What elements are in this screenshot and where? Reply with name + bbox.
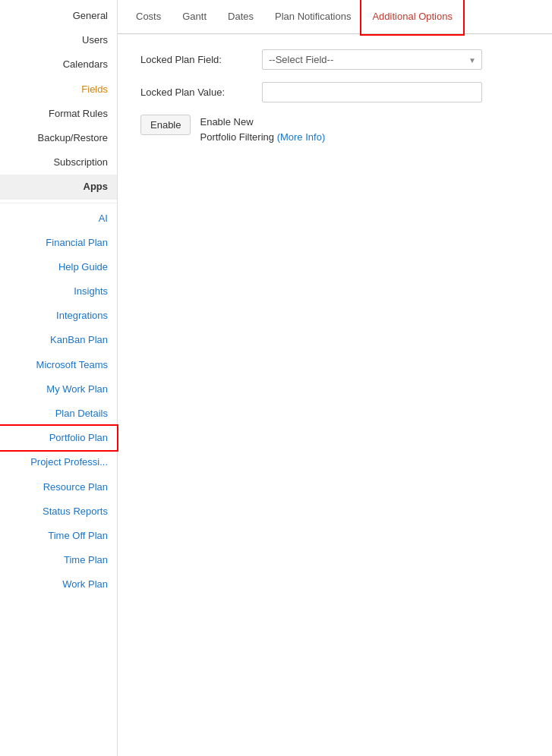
enable-text-line2: Portfolio Filtering <box>200 131 274 143</box>
locked-plan-field-select[interactable]: --Select Field-- <box>262 49 482 70</box>
sidebar-item-plan-details[interactable]: Plan Details <box>0 402 117 426</box>
locked-plan-value-label: Locked Plan Value: <box>140 87 262 98</box>
sidebar-item-apps[interactable]: Apps <box>0 175 117 199</box>
locked-plan-value-input[interactable] <box>262 82 482 102</box>
sidebar-item-time-off-plan[interactable]: Time Off Plan <box>0 524 117 548</box>
main-content: CostsGanttDatesPlan NotificationsAdditio… <box>118 0 552 756</box>
sidebar-item-time-plan[interactable]: Time Plan <box>0 548 117 572</box>
sidebar-item-integrations[interactable]: Integrations <box>0 304 117 328</box>
sidebar-item-backup-restore[interactable]: Backup/Restore <box>0 126 117 150</box>
enable-section: Enable Enable New Portfolio Filtering (M… <box>140 115 529 144</box>
more-info-link[interactable]: (More Info) <box>277 131 326 143</box>
tab-dates[interactable]: Dates <box>217 0 264 34</box>
sidebar-item-fields[interactable]: Fields <box>0 77 117 102</box>
sidebar-item-ai[interactable]: AI <box>0 206 117 231</box>
sidebar: GeneralUsersCalendarsFieldsFormat RulesB… <box>0 0 118 756</box>
tab-plan-notifications[interactable]: Plan Notifications <box>264 0 361 34</box>
sidebar-item-my-work-plan[interactable]: My Work Plan <box>0 377 117 402</box>
sidebar-item-microsoft-teams[interactable]: Microsoft Teams <box>0 353 117 377</box>
sidebar-item-calendars[interactable]: Calendars <box>0 52 117 77</box>
sidebar-item-portfolio-plan[interactable]: Portfolio Plan <box>0 426 117 450</box>
sidebar-item-project-professi[interactable]: Project Professi... <box>0 450 117 474</box>
sidebar-item-status-reports[interactable]: Status Reports <box>0 499 117 524</box>
sidebar-item-users[interactable]: Users <box>0 28 117 52</box>
locked-plan-field-select-wrapper: --Select Field-- <box>262 49 482 70</box>
enable-button[interactable]: Enable <box>140 115 191 135</box>
tab-costs[interactable]: Costs <box>125 0 172 34</box>
sidebar-item-general[interactable]: General <box>0 4 117 28</box>
sidebar-item-kanban-plan[interactable]: KanBan Plan <box>0 328 117 352</box>
tab-additional-options[interactable]: Additional Options <box>361 0 463 34</box>
content-area: Locked Plan Field: --Select Field-- Lock… <box>118 34 552 159</box>
sidebar-item-resource-plan[interactable]: Resource Plan <box>0 475 117 499</box>
enable-text-line1: Enable New <box>200 116 253 128</box>
sidebar-item-subscription[interactable]: Subscription <box>0 150 117 175</box>
locked-plan-value-row: Locked Plan Value: <box>140 82 529 102</box>
tab-gantt[interactable]: Gantt <box>172 0 217 34</box>
sidebar-item-insights[interactable]: Insights <box>0 279 117 304</box>
locked-plan-field-row: Locked Plan Field: --Select Field-- <box>140 49 529 70</box>
locked-plan-field-label: Locked Plan Field: <box>140 54 262 65</box>
sidebar-item-format-rules[interactable]: Format Rules <box>0 102 117 126</box>
sidebar-item-work-plan[interactable]: Work Plan <box>0 572 117 597</box>
sidebar-item-help-guide[interactable]: Help Guide <box>0 255 117 279</box>
enable-text: Enable New Portfolio Filtering (More Inf… <box>200 115 325 144</box>
tab-bar: CostsGanttDatesPlan NotificationsAdditio… <box>118 0 552 34</box>
sidebar-divider <box>0 203 117 203</box>
sidebar-item-financial-plan[interactable]: Financial Plan <box>0 231 117 255</box>
